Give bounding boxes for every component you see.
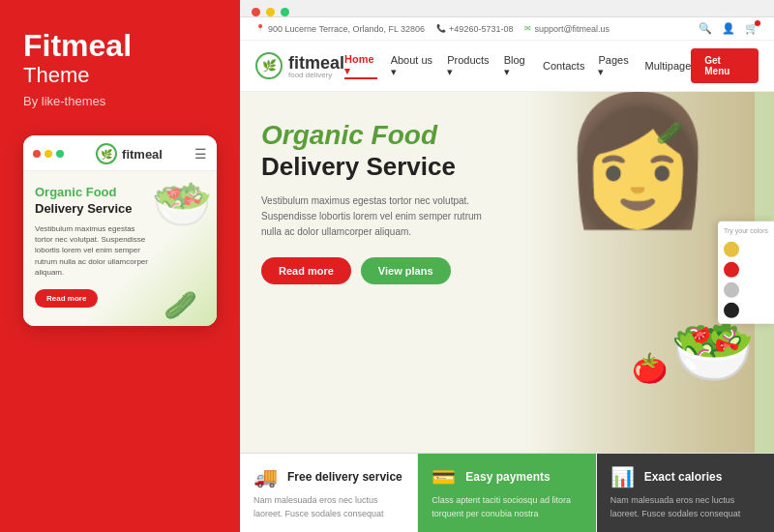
browser-chrome	[240, 0, 774, 17]
read-more-button[interactable]: Read more	[261, 257, 351, 284]
hero-buttons: Read more View plans	[261, 257, 490, 284]
mobile-hero: Organic Food Delivery Service Vestibulum…	[23, 171, 217, 326]
calories-card-text: Nam malesuada eros nec luctus laoreet. F…	[610, 494, 760, 520]
mobile-logo-icon: 🌿	[96, 143, 117, 164]
bottom-card-delivery: 🚚 Free delivery service Nam malesuada er…	[240, 454, 418, 532]
mobile-hero-title-black: Delivery Service	[35, 201, 151, 218]
nav-item-products[interactable]: Products ▾	[447, 54, 491, 78]
browser-dot-green	[281, 8, 289, 16]
mobile-hamburger-icon[interactable]: ☰	[194, 146, 207, 162]
search-icon[interactable]: 🔍	[699, 22, 712, 35]
color-picker-label: Try your colors	[724, 226, 768, 234]
mobile-topbar: 🌿 fitmeal ☰	[23, 135, 217, 171]
topbar-phone: 📞 +49260-5731-08	[436, 24, 513, 34]
site-logo-icon: 🌿	[255, 52, 283, 79]
nav-item-home[interactable]: Home ▾	[344, 53, 377, 79]
browser-dot-red	[252, 8, 260, 16]
color-swatch-yellow[interactable]	[724, 242, 739, 257]
payment-icon: 💳	[432, 465, 456, 488]
nav-item-multipage[interactable]: Multipage	[645, 60, 692, 72]
mobile-read-more-button[interactable]: Read more	[35, 289, 98, 308]
calories-icon: 📊	[610, 465, 635, 488]
color-swatch-gray[interactable]	[724, 282, 739, 298]
mobile-veggie-decoration: 🥒	[164, 289, 197, 321]
mobile-hero-description: Vestibulum maximus egestas tortor nec vo…	[35, 223, 151, 278]
get-menu-button[interactable]: Get Menu	[691, 48, 759, 83]
mobile-dot-green	[56, 150, 64, 158]
user-icon[interactable]: 👤	[722, 22, 735, 35]
nav-item-pages[interactable]: Pages ▾	[598, 54, 631, 78]
topbar-email: ✉ support@fitmeal.us	[524, 24, 610, 34]
left-panel: Fitmeal Theme By like-themes 🌿 fitmeal ☰…	[0, 0, 240, 532]
view-plans-button[interactable]: View plans	[361, 257, 451, 284]
nav-item-about[interactable]: About us ▾	[391, 54, 434, 78]
browser-dot-yellow	[266, 8, 275, 16]
bottom-cards: 🚚 Free delivery service Nam malesuada er…	[240, 453, 774, 532]
payments-card-title: Easy payments	[465, 470, 550, 484]
mobile-logo: 🌿 fitmeal	[96, 143, 163, 164]
nav-links: Home ▾ About us ▾ Products ▾ Blog ▾ Cont…	[344, 53, 691, 79]
email-icon: ✉	[524, 24, 531, 33]
mobile-dot-red	[33, 150, 41, 158]
cart-icon[interactable]: 🛒	[745, 22, 759, 35]
hero-veggie-decoration: 🥒	[656, 121, 682, 146]
nav-item-contacts[interactable]: Contacts	[543, 60, 584, 72]
topbar-address: 📍 900 Lucerne Terrace, Orlando, FL 32806	[255, 24, 425, 34]
calories-card-title: Exact calories	[644, 470, 723, 484]
topbar-actions: 🔍 👤 🛒	[699, 22, 759, 35]
site-logo: 🌿 fitmeal food delivery	[255, 52, 344, 79]
mobile-dot-yellow	[45, 150, 52, 158]
site-topbar: 📍 900 Lucerne Terrace, Orlando, FL 32806…	[240, 17, 774, 41]
bottom-card-calories: 📊 Exact calories Nam malesuada eros nec …	[597, 454, 774, 532]
hero-title-green: Organic Food	[261, 119, 490, 152]
delivery-card-title: Free delivery service	[287, 470, 402, 484]
delivery-icon: 🚚	[253, 465, 278, 488]
hero-content: Organic Food Delivery Service Vestibulum…	[240, 92, 511, 311]
mobile-food-decoration: 🥗	[152, 176, 212, 232]
mobile-mockup: 🌿 fitmeal ☰ Organic Food Delivery Servic…	[23, 135, 217, 326]
mobile-window-dots	[33, 150, 64, 158]
nav-item-blog[interactable]: Blog ▾	[504, 54, 529, 78]
hero-section: Organic Food Delivery Service Vestibulum…	[240, 92, 774, 453]
mobile-hero-title-green: Organic Food	[35, 185, 151, 201]
location-icon: 📍	[255, 24, 265, 33]
color-swatch-black[interactable]	[724, 303, 739, 318]
color-picker: Try your colors	[718, 221, 774, 323]
delivery-card-text: Nam malesuada eros nec luctus laoreet. F…	[253, 494, 403, 520]
hero-description: Vestibulum maximus egestas tortor nec vo…	[261, 193, 490, 240]
right-panel: 📍 900 Lucerne Terrace, Orlando, FL 32806…	[240, 0, 774, 532]
hero-person-emoji: 👩	[559, 92, 716, 234]
hero-title-black: Delivery Service	[261, 152, 490, 182]
bottom-card-payments: 💳 Easy payments Class aptent taciti soci…	[418, 454, 596, 532]
payments-card-text: Class aptent taciti sociosqu ad litora t…	[432, 494, 581, 520]
cart-badge-dot	[755, 20, 760, 26]
brand-title: Fitmeal Theme By like-themes	[23, 29, 217, 135]
color-swatch-red[interactable]	[724, 262, 739, 278]
topbar-contact-info: 📍 900 Lucerne Terrace, Orlando, FL 32806…	[255, 24, 610, 34]
hero-tomato-decoration: 🍅	[632, 351, 668, 385]
site-nav: 🌿 fitmeal food delivery Home ▾ About us …	[240, 41, 774, 92]
phone-icon: 📞	[436, 24, 446, 33]
